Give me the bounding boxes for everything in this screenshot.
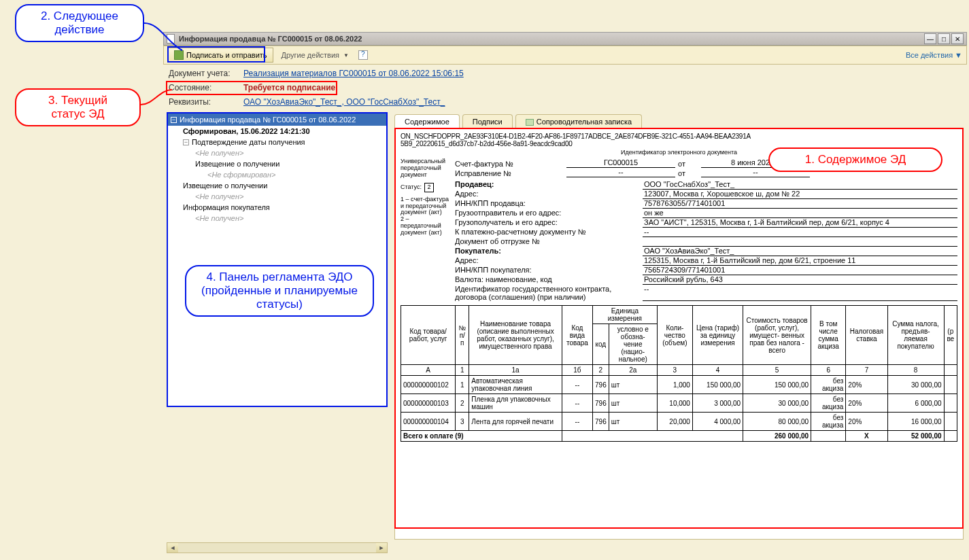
doc-link[interactable]: Реализация материалов ГС000015 от 08.06.… (243, 69, 464, 78)
tree-item[interactable]: −Подтверждение даты получения (168, 137, 386, 147)
tree-item[interactable]: <Не получен> (168, 213, 386, 224)
field-row: Продавец:ООО "ГосСнабХоз"_Тест_ (455, 180, 957, 190)
doc-label: Документ учета: (169, 69, 237, 78)
field-row: Грузоотправитель и его адрес:он же (455, 209, 957, 218)
tree-item[interactable]: Извещение о получении (168, 158, 386, 169)
info-row-req: Реквизиты: ОАО "ХозАвиаЭко"_Тест_, ООО "… (169, 97, 445, 107)
fix-no: -- (566, 168, 675, 177)
field-row: Идентификатор государственного контракта… (455, 285, 957, 301)
tree-item[interactable]: <Не сформирован> (168, 169, 386, 180)
other-actions-button[interactable]: Другие действия ▼ (277, 48, 353, 63)
tab-signatures[interactable]: Подписи (462, 114, 513, 128)
table-row: 0000000001032Пленка для упаковочных маши… (401, 394, 957, 413)
minimize-button[interactable]: — (924, 33, 936, 44)
scroll-track[interactable] (178, 543, 376, 553)
help-icon (358, 50, 368, 60)
tree-item[interactable]: Информация покупателя (168, 202, 386, 213)
content-pane[interactable]: ON_NSCHFDOPPR_2AE93F310E4-D1B2-4F20-AF86… (394, 128, 964, 540)
sf-label: Счет-фактура № (455, 160, 564, 168)
tree-item[interactable]: Извещение о получении (168, 180, 386, 191)
maximize-button[interactable]: □ (938, 33, 950, 44)
tree-header-label: Информация продавца № ГС000015 от 08.06.… (180, 116, 356, 124)
sign-and-send-label: Подписать и отправить (186, 51, 267, 59)
close-button[interactable]: ✕ (951, 33, 964, 44)
tab-cover-note[interactable]: Сопроводительная записка (515, 114, 642, 128)
field-row: Грузополучатель и его адрес:ЗАО "АИСТ", … (455, 218, 957, 228)
field-row: Покупатель:ОАО "ХозАвиаЭко"_Тест_ (455, 247, 957, 256)
callout-2: 2. Следующее действие (15, 4, 144, 42)
fix-label: Исправление № (455, 169, 564, 177)
field-row: Валюта: наименование, кодРоссийский рубл… (455, 275, 957, 285)
info-row-doc: Документ учета: Реализация материалов ГС… (169, 69, 464, 78)
chevron-down-icon: ▼ (955, 51, 962, 59)
tree-item-formed[interactable]: Сформирован, 15.06.2022 14:21:30 (168, 126, 386, 137)
req-link[interactable]: ОАО "ХозАвиаЭко"_Тест_, ООО "ГосСнабХоз"… (243, 97, 445, 107)
field-row: Адрес:123007, Москва г, Хорошевское ш, д… (455, 190, 957, 199)
state-value: Требуется подписание (243, 83, 335, 92)
chevron-down-icon: ▼ (343, 52, 349, 58)
field-row: ИНН/КПП продавца:7578763055/771401001 (455, 199, 957, 209)
titlebar: Информация продавца № ГС000015 от 08.06.… (163, 32, 967, 46)
field-row: ИНН/КПП покупателя:7565724309/771401001 (455, 266, 957, 275)
callout-1: 1. Содержимое ЭД (768, 147, 942, 172)
sign-and-send-button[interactable]: Подписать и отправить (168, 48, 273, 63)
file-id: ON_NSCHFDOPPR_2AE93F310E4-D1B2-4F20-AF86… (401, 133, 957, 147)
workflow-tree: − Информация продавца № ГС000015 от 08.0… (167, 112, 388, 407)
tree-header[interactable]: − Информация продавца № ГС000015 от 08.0… (168, 113, 386, 126)
table-row: 0000000001021Автоматическая упаковочная … (401, 376, 957, 394)
note-icon (526, 119, 534, 126)
all-actions-label: Все действия (906, 51, 953, 59)
field-row: Документ об отгрузке № (455, 237, 957, 247)
other-actions-label: Другие действия (282, 51, 339, 59)
state-label: Состояние: (169, 83, 237, 92)
all-actions-button[interactable]: Все действия ▼ (906, 51, 962, 59)
collapse-icon[interactable]: − (171, 117, 177, 123)
window-title: Информация продавца № ГС000015 от 08.06.… (179, 35, 923, 43)
callout-3: 3. Текущий статус ЭД (15, 88, 141, 126)
fix-date-label: от (678, 169, 698, 177)
help-button[interactable] (354, 48, 372, 63)
scroll-right-icon[interactable]: ► (376, 543, 387, 553)
tabs: Содержимое Подписи Сопроводительная запи… (394, 112, 964, 128)
app-window: 2. Следующее действие 3. Текущий статус … (0, 0, 969, 560)
field-row: Адрес:125315, Москва г, 1-й Балтийский п… (455, 256, 957, 266)
toolbar: Подписать и отправить Другие действия ▼ … (163, 46, 967, 65)
field-row: К платежно-расчетному документу №-- (455, 228, 957, 237)
tree-item[interactable]: <Не получен> (168, 191, 386, 202)
table-row: 0000000001043Лента для горячей печати--7… (401, 413, 957, 431)
sf-no: ГС000015 (566, 158, 675, 168)
scroll-left-icon[interactable]: ◄ (167, 543, 178, 553)
sf-date-label: от (678, 160, 698, 168)
req-label: Реквизиты: (169, 97, 237, 107)
doc-fields: Счет-фактура № ГС000015 от 8 июня 2022 г… (455, 158, 957, 301)
tree-item[interactable]: <Не получен> (168, 147, 386, 158)
collapse-icon[interactable]: − (183, 139, 189, 145)
left-status-col: Универсальный передаточный документ Стат… (401, 158, 449, 301)
tree-h-scrollbar[interactable]: ◄ ► (167, 542, 388, 553)
info-row-state: Состояние: Требуется подписание (169, 83, 335, 92)
items-table: Код товара/ работ, услуг № п/п Наименова… (401, 305, 957, 442)
tab-content[interactable]: Содержимое (394, 114, 460, 128)
callout-4: 4. Панель регламента ЭДО (пройденные и п… (185, 265, 374, 317)
